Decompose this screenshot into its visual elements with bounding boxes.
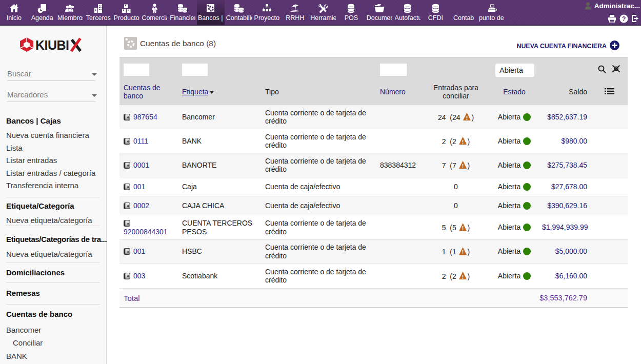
svg-text:?: ? <box>622 15 626 23</box>
svg-text:KIUBI: KIUBI <box>35 38 69 52</box>
